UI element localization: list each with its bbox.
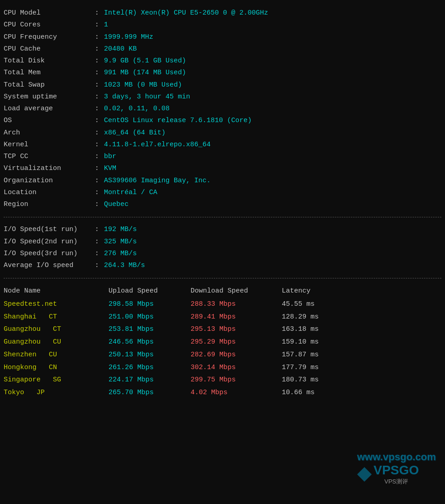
net-latency: 157.87 ms bbox=[282, 349, 350, 361]
net-download-speed: 288.33 Mbps bbox=[191, 298, 282, 311]
row-value: 1023 MB (0 MB Used) bbox=[104, 79, 182, 91]
net-node-name: Tokyo JP bbox=[4, 386, 109, 399]
net-upload-speed: 265.70 Mbps bbox=[109, 386, 191, 399]
network-row: Shenzhen CU 250.13 Mbps 282.69 Mbps 157.… bbox=[4, 349, 441, 361]
header-download: Download Speed bbox=[191, 285, 282, 298]
row-label: Kernel bbox=[4, 139, 95, 151]
network-row: Guangzhou CU 246.56 Mbps 295.29 Mbps 159… bbox=[4, 336, 441, 349]
row-colon: : bbox=[95, 103, 104, 115]
row-label: Total Swap bbox=[4, 79, 95, 91]
system-row: Virtualization : KVM bbox=[4, 163, 441, 175]
net-download-speed: 289.41 Mbps bbox=[191, 311, 282, 324]
net-node-name: Shenzhen CU bbox=[4, 349, 109, 361]
io-colon: : bbox=[95, 260, 104, 272]
row-label: Virtualization bbox=[4, 163, 95, 175]
net-node-name: Guangzhou CU bbox=[4, 336, 109, 349]
row-label: System uptime bbox=[4, 91, 95, 103]
row-colon: : bbox=[95, 79, 104, 91]
io-colon: : bbox=[95, 224, 104, 236]
row-label: Load average bbox=[4, 103, 95, 115]
header-name: Node Name bbox=[4, 285, 109, 298]
system-row: Total Swap : 1023 MB (0 MB Used) bbox=[4, 79, 441, 91]
io-value: 325 MB/s bbox=[104, 236, 137, 248]
row-value: 20480 KB bbox=[104, 43, 137, 55]
net-upload-speed: 246.56 Mbps bbox=[109, 336, 191, 349]
system-row: System uptime : 3 days, 3 hour 45 min bbox=[4, 91, 441, 103]
net-latency: 159.10 ms bbox=[282, 336, 350, 349]
io-value: 264.3 MB/s bbox=[104, 260, 145, 272]
row-label: CPU Cache bbox=[4, 43, 95, 55]
row-value: 1999.999 MHz bbox=[104, 31, 153, 43]
net-latency: 10.66 ms bbox=[282, 386, 350, 399]
system-row: CPU Model : Intel(R) Xeon(R) CPU E5-2650… bbox=[4, 7, 441, 19]
system-row: TCP CC : bbr bbox=[4, 151, 441, 163]
row-colon: : bbox=[95, 199, 104, 211]
row-colon: : bbox=[95, 19, 104, 31]
system-row: CPU Cache : 20480 KB bbox=[4, 43, 441, 55]
network-row: Guangzhou CT 253.81 Mbps 295.13 Mbps 163… bbox=[4, 323, 441, 336]
system-row: CPU Frequency : 1999.999 MHz bbox=[4, 31, 441, 43]
divider-1 bbox=[4, 217, 441, 217]
io-label: Average I/O speed bbox=[4, 260, 95, 272]
net-download-speed: 295.13 Mbps bbox=[191, 323, 282, 336]
row-value: 991 MB (174 MB Used) bbox=[104, 67, 186, 79]
row-label: CPU Cores bbox=[4, 19, 95, 31]
row-colon: : bbox=[95, 187, 104, 199]
row-label: TCP CC bbox=[4, 151, 95, 163]
network-row: Singapore SG 224.17 Mbps 299.75 Mbps 180… bbox=[4, 374, 441, 386]
io-row: I/O Speed(2nd run) : 325 MB/s bbox=[4, 236, 441, 248]
row-colon: : bbox=[95, 115, 104, 127]
row-value: Montréal / CA bbox=[104, 187, 157, 199]
io-colon: : bbox=[95, 248, 104, 260]
watermark-sub: VPS测评 bbox=[373, 478, 419, 486]
row-colon: : bbox=[95, 55, 104, 67]
io-row: I/O Speed(1st run) : 192 MB/s bbox=[4, 224, 441, 236]
row-colon: : bbox=[95, 151, 104, 163]
net-node-name: Hongkong CN bbox=[4, 361, 109, 374]
system-row: Arch : x86_64 (64 Bit) bbox=[4, 127, 441, 139]
system-row: Total Disk : 9.9 GB (5.1 GB Used) bbox=[4, 55, 441, 67]
row-label: Region bbox=[4, 199, 95, 211]
divider-2 bbox=[4, 278, 441, 278]
row-label: Total Disk bbox=[4, 55, 95, 67]
net-node-name: Shanghai CT bbox=[4, 311, 109, 324]
net-download-speed: 299.75 Mbps bbox=[191, 374, 282, 386]
watermark-logo: VPSGO bbox=[373, 463, 419, 478]
network-header-row: Node Name Upload Speed Download Speed La… bbox=[4, 285, 441, 298]
network-row: Speedtest.net 298.58 Mbps 288.33 Mbps 45… bbox=[4, 298, 441, 311]
system-row: Region : Quebec bbox=[4, 199, 441, 211]
io-row: I/O Speed(3rd run) : 276 MB/s bbox=[4, 248, 441, 260]
io-value: 276 MB/s bbox=[104, 248, 137, 260]
row-value: AS399606 Imaging Bay, Inc. bbox=[104, 175, 211, 187]
io-colon: : bbox=[95, 236, 104, 248]
net-node-name: Guangzhou CT bbox=[4, 323, 109, 336]
row-label: Organization bbox=[4, 175, 95, 187]
row-colon: : bbox=[95, 139, 104, 151]
net-upload-speed: 298.58 Mbps bbox=[109, 298, 191, 311]
net-download-speed: 295.29 Mbps bbox=[191, 336, 282, 349]
row-label: Location bbox=[4, 187, 95, 199]
row-colon: : bbox=[95, 31, 104, 43]
network-row: Shanghai CT 251.00 Mbps 289.41 Mbps 128.… bbox=[4, 311, 441, 324]
system-row: Organization : AS399606 Imaging Bay, Inc… bbox=[4, 175, 441, 187]
net-upload-speed: 253.81 Mbps bbox=[109, 323, 191, 336]
system-row: Load average : 0.02, 0.11, 0.08 bbox=[4, 103, 441, 115]
row-colon: : bbox=[95, 7, 104, 19]
row-value: 4.11.8-1.el7.elrepo.x86_64 bbox=[104, 139, 211, 151]
system-row: Location : Montréal / CA bbox=[4, 187, 441, 199]
io-label: I/O Speed(3rd run) bbox=[4, 248, 95, 260]
io-label: I/O Speed(2nd run) bbox=[4, 236, 95, 248]
row-colon: : bbox=[95, 163, 104, 175]
row-value: 3 days, 3 hour 45 min bbox=[104, 91, 190, 103]
row-value: Quebec bbox=[104, 199, 129, 211]
row-colon: : bbox=[95, 127, 104, 139]
net-latency: 177.79 ms bbox=[282, 361, 350, 374]
row-label: OS bbox=[4, 115, 95, 127]
network-row: Hongkong CN 261.26 Mbps 302.14 Mbps 177.… bbox=[4, 361, 441, 374]
net-download-speed: 4.02 Mbps bbox=[191, 386, 282, 399]
row-label: CPU Frequency bbox=[4, 31, 95, 43]
network-row: Tokyo JP 265.70 Mbps 4.02 Mbps 10.66 ms bbox=[4, 386, 441, 399]
row-colon: : bbox=[95, 67, 104, 79]
header-latency: Latency bbox=[282, 285, 350, 298]
io-label: I/O Speed(1st run) bbox=[4, 224, 95, 236]
